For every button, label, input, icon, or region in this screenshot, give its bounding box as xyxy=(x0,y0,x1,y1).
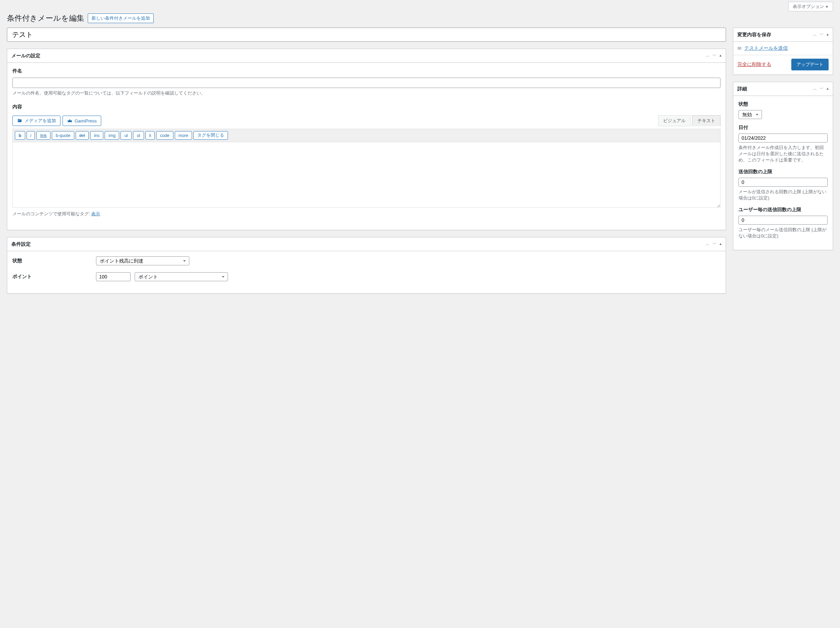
send-limit-input[interactable] xyxy=(739,178,827,187)
qt-link[interactable]: link xyxy=(36,131,51,140)
tab-text[interactable]: テキスト xyxy=(692,115,720,126)
subject-label: 件名 xyxy=(13,68,720,74)
points-type-select[interactable]: ポイント xyxy=(135,272,228,281)
user-limit-input[interactable] xyxy=(739,216,827,225)
user-limit-label: ユーザー毎の送信回数の上限 xyxy=(739,207,827,213)
post-title-input[interactable] xyxy=(7,28,726,42)
send-limit-desc: メールが送信される回数の上限 (上限がない場合は0に設定) xyxy=(739,189,827,201)
subject-input[interactable] xyxy=(13,78,720,88)
content-textarea[interactable] xyxy=(13,142,720,208)
show-tags-link[interactable]: 表示 xyxy=(91,211,100,216)
condition-points-label: ポイント xyxy=(13,274,92,280)
points-number-input[interactable] xyxy=(96,272,131,281)
qt-code[interactable]: code xyxy=(156,131,173,140)
qt-del[interactable]: del xyxy=(76,131,89,140)
condition-status-label: 状態 xyxy=(13,258,92,264)
details-panel: 詳細 ︿ ﹀ ▴ 状態 無効 日付 条件付きメール作成日を入力します。初 xyxy=(733,82,833,250)
chevron-up-icon[interactable]: ︿ xyxy=(813,86,817,92)
detail-date-input[interactable] xyxy=(739,134,827,143)
conditions-panel: 条件設定 ︿ ﹀ ▴ 状態 ポイント残高に到達 ポイント xyxy=(7,237,726,294)
condition-status-select[interactable]: ポイント残高に到達 xyxy=(96,257,189,265)
caret-up-icon[interactable]: ▴ xyxy=(827,86,829,92)
chevron-up-icon[interactable]: ︿ xyxy=(706,53,710,59)
content-footer: メールのコンテンツで使用可能なタグ: 表示 xyxy=(13,211,720,217)
detail-status-label: 状態 xyxy=(739,101,827,107)
page-title: 条件付きメールを編集 xyxy=(7,13,84,24)
caret-up-icon[interactable]: ▴ xyxy=(720,53,722,59)
qt-ol[interactable]: ol xyxy=(133,131,144,140)
qt-bquote[interactable]: b-quote xyxy=(52,131,74,140)
chevron-up-icon[interactable]: ︿ xyxy=(706,241,710,247)
save-heading: 変更内容を保存 xyxy=(737,32,771,38)
qt-bold[interactable]: b xyxy=(15,131,25,140)
tab-visual[interactable]: ビジュアル xyxy=(658,115,691,126)
caret-up-icon[interactable]: ▴ xyxy=(720,241,722,247)
delete-permanently-link[interactable]: 完全に削除する xyxy=(737,61,771,68)
mail-settings-panel: メールの設定 ︿ ﹀ ▴ 件名 メールの件名。使用可能なタグの一覧については、以… xyxy=(7,49,726,230)
save-panel: 変更内容を保存 ︿ ﹀ ▴ ✉ テストメールを送信 完全に削除する アップデート xyxy=(733,28,833,75)
detail-status-select[interactable]: 無効 xyxy=(739,110,762,119)
update-button[interactable]: アップデート xyxy=(791,59,829,71)
content-label: 内容 xyxy=(13,104,720,110)
qt-more[interactable]: more xyxy=(175,131,192,140)
chevron-down-icon[interactable]: ﹀ xyxy=(819,32,824,38)
screen-options-button[interactable]: 表示オプション xyxy=(788,2,833,11)
qt-close[interactable]: タグを閉じる xyxy=(193,131,228,140)
qt-ins[interactable]: ins xyxy=(90,131,103,140)
qt-italic[interactable]: i xyxy=(27,131,35,140)
media-icon xyxy=(17,118,22,124)
details-heading: 詳細 xyxy=(737,86,747,92)
chevron-down-icon[interactable]: ﹀ xyxy=(712,241,717,247)
chevron-up-icon[interactable]: ︿ xyxy=(813,32,817,38)
conditions-heading: 条件設定 xyxy=(11,241,31,247)
qt-li[interactable]: li xyxy=(145,131,155,140)
subject-description: メールの件名。使用可能なタグの一覧については、以下フィールドの説明を確認してくだ… xyxy=(13,90,720,96)
gamipress-button[interactable]: GamiPress xyxy=(63,116,101,126)
qt-img[interactable]: img xyxy=(105,131,119,140)
mail-icon: ✉ xyxy=(737,46,742,51)
user-limit-desc: ユーザー毎のメール送信回数の上限 (上限がない場合は0に設定) xyxy=(739,227,827,239)
caret-up-icon[interactable]: ▴ xyxy=(827,32,829,38)
add-media-button[interactable]: メディアを追加 xyxy=(13,116,60,126)
chevron-down-icon[interactable]: ﹀ xyxy=(819,86,824,92)
detail-date-desc: 条件付きメール作成日を入力します。初回メールは日付を選択した後に送信されるため、… xyxy=(739,145,827,163)
crown-icon xyxy=(67,118,73,124)
send-test-mail-link[interactable]: テストメールを送信 xyxy=(744,45,788,51)
send-limit-label: 送信回数の上限 xyxy=(739,169,827,175)
mail-settings-heading: メールの設定 xyxy=(11,53,40,59)
detail-date-label: 日付 xyxy=(739,124,827,131)
chevron-down-icon[interactable]: ﹀ xyxy=(712,53,717,59)
qt-ul[interactable]: ul xyxy=(120,131,132,140)
add-new-button[interactable]: 新しい条件付きメールを追加 xyxy=(88,13,154,23)
